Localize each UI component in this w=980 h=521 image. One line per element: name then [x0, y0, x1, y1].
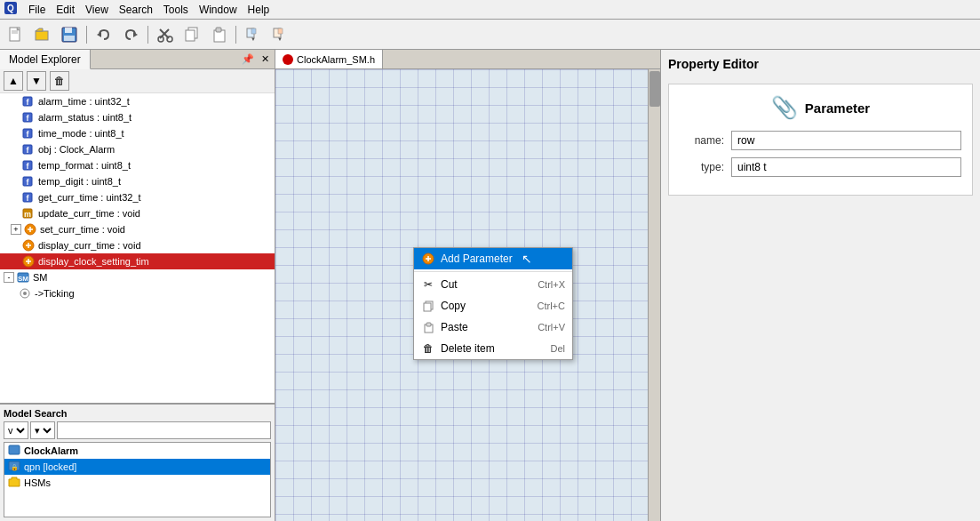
get-curr-time-icon: f	[21, 190, 36, 204]
tree-item-display-curr-time[interactable]: display_curr_time : void	[0, 237, 275, 253]
tree-item-obj[interactable]: f obj : Clock_Alarm	[0, 141, 275, 157]
redo-button[interactable]	[118, 23, 143, 46]
menu-tools[interactable]: Tools	[158, 2, 194, 18]
ctx-paste-shortcut: Ctrl+V	[538, 322, 565, 333]
set-curr-time-expander[interactable]: +	[11, 224, 21, 235]
tree-item-get-curr-time[interactable]: f get_curr_time : uint32_t	[0, 189, 275, 205]
time-mode-label: time_mode : uint8_t	[38, 128, 124, 139]
export1-button[interactable]: ▼	[241, 23, 266, 46]
display-clock-setting-label: display_clock_setting_tim	[38, 256, 149, 267]
menu-window[interactable]: Window	[194, 2, 243, 18]
tree-up-button[interactable]: ▲	[4, 71, 23, 91]
search-panel-title: Model Search	[4, 408, 271, 419]
svg-rect-9	[65, 28, 72, 33]
paste-button[interactable]	[206, 23, 231, 46]
field-icon3: f	[21, 126, 36, 140]
ctx-copy[interactable]: Copy Ctrl+C	[414, 295, 572, 317]
search-type-dropdown[interactable]: v	[4, 421, 28, 439]
obj-label: obj : Clock_Alarm	[38, 144, 115, 155]
tree-item-time-mode[interactable]: f time_mode : uint8_t	[0, 125, 275, 141]
ctx-paste-label: Paste	[441, 321, 468, 333]
new-button[interactable]	[4, 23, 28, 46]
set-curr-time-icon	[23, 222, 37, 236]
temp-format-label: temp_format : uint8_t	[38, 160, 131, 171]
svg-text:SM: SM	[18, 275, 28, 283]
copy-ctx-icon	[421, 299, 435, 313]
property-editor-title: Property Editor	[668, 57, 973, 75]
close-explorer-icon[interactable]: ✕	[259, 53, 271, 65]
file-tab-label: ClockAlarm_SM.h	[297, 54, 375, 65]
menu-edit[interactable]: Edit	[51, 2, 80, 18]
menu-view[interactable]: View	[80, 2, 114, 18]
display-curr-time-label: display_curr_time : void	[38, 240, 141, 251]
property-section: 📎 Parameter name: type:	[668, 84, 973, 196]
update-curr-time-label: update_curr_time : void	[38, 208, 140, 219]
canvas-area[interactable]: Add Parameter ↖ ✂ Cut Ctrl+X Copy	[275, 69, 660, 521]
search-input[interactable]	[57, 421, 271, 439]
cursor-indicator: ↖	[522, 252, 532, 266]
svg-marker-22	[251, 28, 256, 34]
ctx-cut-label: Cut	[441, 278, 458, 291]
type-input[interactable]	[731, 157, 961, 177]
scroll-thumb-v[interactable]	[649, 71, 660, 107]
ctx-cut[interactable]: ✂ Cut Ctrl+X	[414, 274, 572, 295]
menu-help[interactable]: Help	[243, 2, 275, 18]
pin-icon[interactable]: 📌	[240, 53, 256, 65]
parameter-section-title: Parameter	[805, 100, 870, 116]
canvas-scrollbar-v[interactable]	[648, 69, 660, 521]
tab-model-explorer[interactable]: Model Explorer	[0, 50, 91, 69]
field-icon: f	[21, 94, 36, 108]
search-row: v ▾	[4, 421, 271, 439]
result-clockalarm[interactable]: ClockAlarm	[4, 443, 270, 459]
tree-item-set-curr-time[interactable]: + set_curr_time : void	[0, 221, 275, 237]
name-input[interactable]	[731, 131, 961, 150]
tree-item-update-curr-time[interactable]: m update_curr_time : void	[0, 205, 275, 221]
temp-digit-label: temp_digit : uint8_t	[38, 176, 121, 187]
result-qpn[interactable]: 🔒 qpn [locked]	[4, 459, 270, 475]
ctx-copy-label: Copy	[441, 300, 466, 312]
file-tab-clockalarm[interactable]: ClockAlarm_SM.h	[275, 50, 383, 68]
sep3	[235, 26, 236, 44]
tree-view[interactable]: f alarm_time : uint32_t f alarm_status :…	[0, 93, 275, 404]
cut-button[interactable]	[153, 23, 178, 46]
undo-button[interactable]	[92, 23, 116, 46]
tree-item-display-clock-setting[interactable]: display_clock_setting_tim	[0, 253, 275, 269]
search-panel: Model Search v ▾ ClockAlarm	[0, 404, 275, 521]
save-button[interactable]	[57, 23, 82, 46]
copy-button[interactable]	[179, 23, 204, 46]
search-filter-dropdown[interactable]: ▾	[30, 421, 55, 439]
tree-delete-button[interactable]: 🗑	[50, 71, 69, 91]
prop-section-header: 📎 Parameter	[680, 95, 961, 120]
ctx-paste[interactable]: Paste Ctrl+V	[414, 317, 572, 338]
sm-expander[interactable]: -	[4, 272, 14, 283]
update-curr-time-icon: m	[21, 206, 36, 220]
search-results[interactable]: ClockAlarm 🔒 qpn [locked] HSMs	[4, 442, 271, 517]
export2-button[interactable]: ▼	[267, 23, 292, 46]
svg-marker-7	[36, 28, 43, 31]
tree-item-temp-digit[interactable]: f temp_digit : uint8_t	[0, 173, 275, 189]
svg-rect-10	[64, 36, 75, 41]
temp-digit-icon: f	[21, 174, 36, 188]
sep2	[147, 26, 148, 44]
file-tab-bar: ClockAlarm_SM.h	[275, 50, 660, 69]
menu-file[interactable]: File	[23, 2, 51, 18]
tree-down-button[interactable]: ▼	[27, 71, 46, 91]
result-hsms[interactable]: HSMs	[4, 475, 270, 491]
tree-item-alarm-time[interactable]: f alarm_time : uint32_t	[0, 93, 275, 109]
prop-row-name: name:	[680, 131, 961, 150]
temp-format-icon: f	[21, 158, 36, 172]
tree-item-temp-format[interactable]: f temp_format : uint8_t	[0, 157, 275, 173]
svg-text:Q: Q	[7, 4, 14, 13]
tree-item-sm[interactable]: - SM SM	[0, 269, 275, 285]
ctx-add-parameter[interactable]: Add Parameter ↖	[414, 248, 572, 269]
ctx-delete[interactable]: 🗑 Delete item Del	[414, 338, 572, 359]
tree-item-alarm-status[interactable]: f alarm_status : uint8_t	[0, 109, 275, 125]
prop-row-type: type:	[680, 157, 961, 177]
type-label: type:	[680, 161, 724, 173]
center-area: ClockAlarm_SM.h Add Parameter ↖	[275, 50, 660, 521]
menubar: Q File Edit View Search Tools Window Hel…	[0, 0, 980, 20]
open-button[interactable]	[30, 23, 55, 46]
tab-strip: Model Explorer 📌 ✕	[0, 50, 275, 69]
tree-item-ticking[interactable]: ->Ticking	[0, 285, 275, 301]
menu-search[interactable]: Search	[114, 2, 158, 18]
